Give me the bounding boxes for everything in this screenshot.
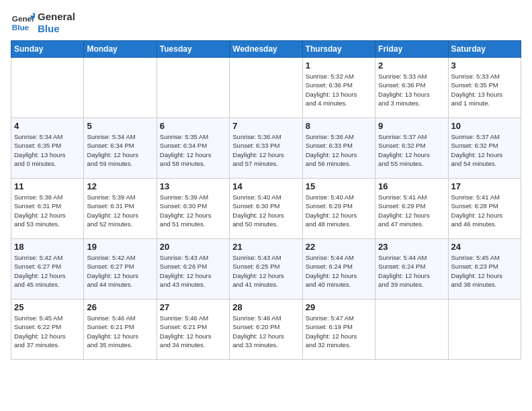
- calendar-day-cell: 17Sunrise: 5:41 AM Sunset: 6:28 PM Dayli…: [448, 179, 521, 239]
- day-number: 8: [306, 121, 372, 131]
- calendar-day-cell: [157, 58, 229, 118]
- calendar-day-cell: 12Sunrise: 5:39 AM Sunset: 6:31 PM Dayli…: [84, 179, 157, 239]
- day-number: 15: [306, 181, 372, 191]
- calendar-day-cell: 28Sunrise: 5:46 AM Sunset: 6:20 PM Dayli…: [230, 300, 302, 360]
- calendar-week-row: 4Sunrise: 5:34 AM Sunset: 6:35 PM Daylig…: [11, 118, 521, 179]
- calendar-day-cell: [375, 300, 448, 360]
- calendar-day-cell: 24Sunrise: 5:45 AM Sunset: 6:23 PM Dayli…: [448, 239, 521, 300]
- logo-icon: General Blue: [11, 11, 35, 35]
- day-info: Sunrise: 5:36 AM Sunset: 6:33 PM Dayligh…: [232, 132, 299, 168]
- day-info: Sunrise: 5:39 AM Sunset: 6:30 PM Dayligh…: [160, 193, 226, 228]
- day-info: Sunrise: 5:33 AM Sunset: 6:35 PM Dayligh…: [451, 72, 518, 107]
- calendar-day-cell: 7Sunrise: 5:36 AM Sunset: 6:33 PM Daylig…: [230, 118, 302, 179]
- calendar-day-cell: 1Sunrise: 5:32 AM Sunset: 6:36 PM Daylig…: [302, 58, 375, 118]
- calendar-week-row: 25Sunrise: 5:45 AM Sunset: 6:22 PM Dayli…: [11, 300, 521, 360]
- calendar-day-cell: [11, 58, 84, 118]
- svg-text:General: General: [12, 14, 35, 23]
- day-number: 27: [160, 302, 226, 312]
- weekday-header-cell: Monday: [84, 41, 157, 58]
- logo-general: General: [38, 11, 75, 23]
- day-info: Sunrise: 5:41 AM Sunset: 6:29 PM Dayligh…: [378, 193, 445, 228]
- day-info: Sunrise: 5:44 AM Sunset: 6:24 PM Dayligh…: [378, 253, 445, 289]
- day-info: Sunrise: 5:32 AM Sunset: 6:36 PM Dayligh…: [306, 72, 372, 107]
- day-number: 19: [87, 242, 153, 252]
- day-info: Sunrise: 5:39 AM Sunset: 6:31 PM Dayligh…: [87, 193, 153, 228]
- calendar-day-cell: 3Sunrise: 5:33 AM Sunset: 6:35 PM Daylig…: [448, 58, 521, 118]
- calendar-day-cell: 13Sunrise: 5:39 AM Sunset: 6:30 PM Dayli…: [157, 179, 229, 239]
- calendar-day-cell: 6Sunrise: 5:35 AM Sunset: 6:34 PM Daylig…: [157, 118, 229, 179]
- day-number: 2: [378, 60, 445, 71]
- calendar-day-cell: 14Sunrise: 5:40 AM Sunset: 6:30 PM Dayli…: [230, 179, 302, 239]
- day-info: Sunrise: 5:35 AM Sunset: 6:34 PM Dayligh…: [160, 132, 226, 168]
- day-number: 4: [14, 121, 81, 131]
- calendar-day-cell: 18Sunrise: 5:42 AM Sunset: 6:27 PM Dayli…: [11, 239, 84, 300]
- logo: General Blue General Blue: [11, 11, 75, 35]
- weekday-header-cell: Wednesday: [230, 41, 302, 58]
- day-info: Sunrise: 5:34 AM Sunset: 6:34 PM Dayligh…: [87, 132, 153, 168]
- day-number: 24: [451, 242, 518, 252]
- logo-blue: Blue: [38, 23, 75, 35]
- calendar-day-cell: 8Sunrise: 5:36 AM Sunset: 6:33 PM Daylig…: [302, 118, 375, 179]
- weekday-header-cell: Saturday: [448, 41, 521, 58]
- calendar-day-cell: 21Sunrise: 5:43 AM Sunset: 6:25 PM Dayli…: [230, 239, 302, 300]
- day-number: 3: [451, 60, 518, 71]
- day-info: Sunrise: 5:36 AM Sunset: 6:33 PM Dayligh…: [306, 132, 372, 168]
- day-info: Sunrise: 5:42 AM Sunset: 6:27 PM Dayligh…: [87, 253, 153, 289]
- day-number: 16: [378, 181, 445, 191]
- day-number: 23: [378, 242, 445, 252]
- day-info: Sunrise: 5:40 AM Sunset: 6:30 PM Dayligh…: [232, 193, 299, 228]
- calendar-day-cell: 19Sunrise: 5:42 AM Sunset: 6:27 PM Dayli…: [84, 239, 157, 300]
- calendar-day-cell: [84, 58, 157, 118]
- day-number: 17: [451, 181, 518, 191]
- day-number: 21: [232, 242, 299, 252]
- day-number: 11: [14, 181, 81, 191]
- calendar-day-cell: 10Sunrise: 5:37 AM Sunset: 6:32 PM Dayli…: [448, 118, 521, 179]
- day-info: Sunrise: 5:38 AM Sunset: 6:31 PM Dayligh…: [14, 193, 81, 228]
- day-number: 6: [160, 121, 226, 131]
- calendar-week-row: 11Sunrise: 5:38 AM Sunset: 6:31 PM Dayli…: [11, 179, 521, 239]
- day-info: Sunrise: 5:46 AM Sunset: 6:21 PM Dayligh…: [160, 314, 226, 349]
- day-info: Sunrise: 5:42 AM Sunset: 6:27 PM Dayligh…: [14, 253, 81, 289]
- calendar-day-cell: 22Sunrise: 5:44 AM Sunset: 6:24 PM Dayli…: [302, 239, 375, 300]
- calendar-day-cell: 15Sunrise: 5:40 AM Sunset: 6:29 PM Dayli…: [302, 179, 375, 239]
- day-number: 10: [451, 121, 518, 131]
- page-header: General Blue General Blue: [11, 11, 521, 35]
- weekday-header-cell: Thursday: [302, 41, 375, 58]
- day-number: 20: [160, 242, 226, 252]
- day-number: 9: [378, 121, 445, 131]
- day-info: Sunrise: 5:46 AM Sunset: 6:21 PM Dayligh…: [87, 314, 153, 349]
- calendar-day-cell: 5Sunrise: 5:34 AM Sunset: 6:34 PM Daylig…: [84, 118, 157, 179]
- day-info: Sunrise: 5:44 AM Sunset: 6:24 PM Dayligh…: [306, 253, 372, 289]
- calendar-day-cell: 29Sunrise: 5:47 AM Sunset: 6:19 PM Dayli…: [302, 300, 375, 360]
- svg-text:Blue: Blue: [12, 23, 30, 32]
- calendar-week-row: 18Sunrise: 5:42 AM Sunset: 6:27 PM Dayli…: [11, 239, 521, 300]
- day-number: 28: [232, 302, 299, 312]
- calendar-day-cell: 25Sunrise: 5:45 AM Sunset: 6:22 PM Dayli…: [11, 300, 84, 360]
- day-number: 13: [160, 181, 226, 191]
- calendar-table: SundayMondayTuesdayWednesdayThursdayFrid…: [11, 40, 521, 360]
- weekday-header-cell: Tuesday: [157, 41, 229, 58]
- day-number: 22: [306, 242, 372, 252]
- day-info: Sunrise: 5:47 AM Sunset: 6:19 PM Dayligh…: [306, 314, 372, 349]
- day-info: Sunrise: 5:41 AM Sunset: 6:28 PM Dayligh…: [451, 193, 518, 228]
- day-info: Sunrise: 5:46 AM Sunset: 6:20 PM Dayligh…: [232, 314, 299, 349]
- day-info: Sunrise: 5:37 AM Sunset: 6:32 PM Dayligh…: [378, 132, 445, 168]
- day-info: Sunrise: 5:45 AM Sunset: 6:22 PM Dayligh…: [14, 314, 81, 349]
- day-number: 5: [87, 121, 153, 131]
- calendar-week-row: 1Sunrise: 5:32 AM Sunset: 6:36 PM Daylig…: [11, 58, 521, 118]
- calendar-day-cell: 11Sunrise: 5:38 AM Sunset: 6:31 PM Dayli…: [11, 179, 84, 239]
- day-info: Sunrise: 5:33 AM Sunset: 6:36 PM Dayligh…: [378, 72, 445, 107]
- day-number: 18: [14, 242, 81, 252]
- weekday-header-row: SundayMondayTuesdayWednesdayThursdayFrid…: [11, 41, 521, 58]
- calendar-day-cell: 16Sunrise: 5:41 AM Sunset: 6:29 PM Dayli…: [375, 179, 448, 239]
- weekday-header-cell: Friday: [375, 41, 448, 58]
- day-info: Sunrise: 5:43 AM Sunset: 6:25 PM Dayligh…: [232, 253, 299, 289]
- calendar-day-cell: 23Sunrise: 5:44 AM Sunset: 6:24 PM Dayli…: [375, 239, 448, 300]
- day-number: 7: [232, 121, 299, 131]
- day-number: 1: [306, 60, 372, 71]
- calendar-day-cell: 26Sunrise: 5:46 AM Sunset: 6:21 PM Dayli…: [84, 300, 157, 360]
- calendar-day-cell: 27Sunrise: 5:46 AM Sunset: 6:21 PM Dayli…: [157, 300, 229, 360]
- day-number: 26: [87, 302, 153, 312]
- calendar-day-cell: [448, 300, 521, 360]
- calendar-day-cell: 9Sunrise: 5:37 AM Sunset: 6:32 PM Daylig…: [375, 118, 448, 179]
